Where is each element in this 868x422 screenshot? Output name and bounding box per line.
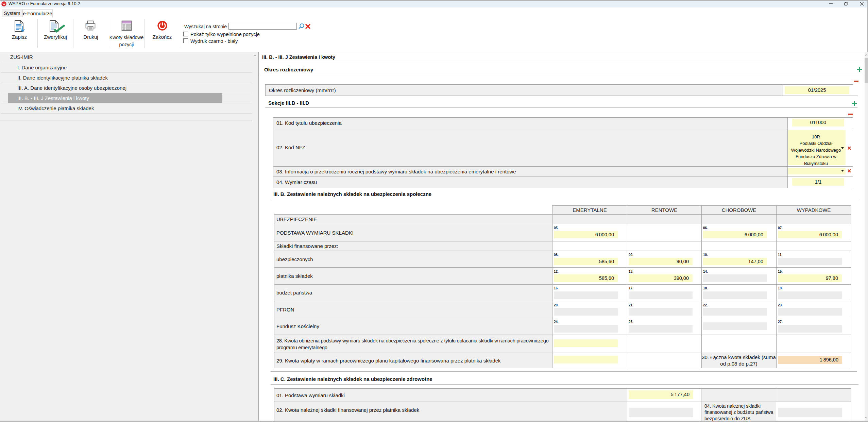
svg-text:W: W [2, 2, 5, 6]
